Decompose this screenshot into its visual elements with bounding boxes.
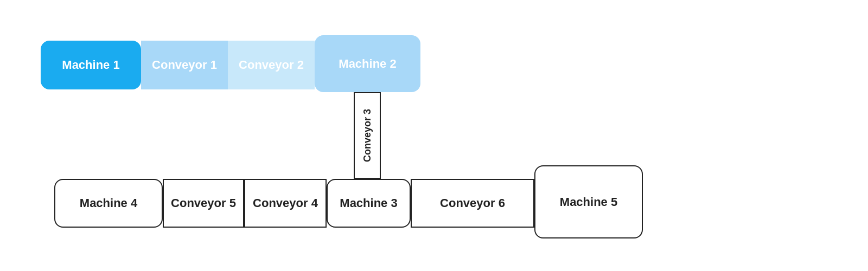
machine5-node: Machine 5	[534, 165, 643, 238]
conveyor1-node: Conveyor 1	[141, 41, 228, 89]
conveyor6-label: Conveyor 6	[440, 196, 505, 210]
machine1-node: Machine 1	[41, 41, 141, 89]
machine2-label: Machine 2	[339, 57, 396, 71]
conveyor2-node: Conveyor 2	[228, 41, 315, 89]
conveyor3-node: Conveyor 3	[354, 92, 381, 179]
conveyor5-label: Conveyor 5	[171, 196, 236, 210]
conveyor5-node: Conveyor 5	[163, 179, 244, 228]
machine4-node: Machine 4	[54, 179, 163, 228]
conveyor1-label: Conveyor 1	[152, 58, 217, 72]
machine4-label: Machine 4	[80, 196, 137, 210]
conveyor4-label: Conveyor 4	[253, 196, 318, 210]
conveyor4-node: Conveyor 4	[244, 179, 327, 228]
machine2-node: Machine 2	[315, 35, 420, 92]
conveyor6-node: Conveyor 6	[411, 179, 534, 228]
conveyor3-label: Conveyor 3	[362, 109, 373, 162]
machine3-label: Machine 3	[340, 196, 397, 210]
diagram: Machine 1 Conveyor 1 Conveyor 2 Machine …	[0, 0, 868, 271]
machine3-node: Machine 3	[327, 179, 411, 228]
conveyor2-label: Conveyor 2	[239, 58, 304, 72]
machine5-label: Machine 5	[560, 195, 617, 209]
machine1-label: Machine 1	[62, 58, 119, 72]
